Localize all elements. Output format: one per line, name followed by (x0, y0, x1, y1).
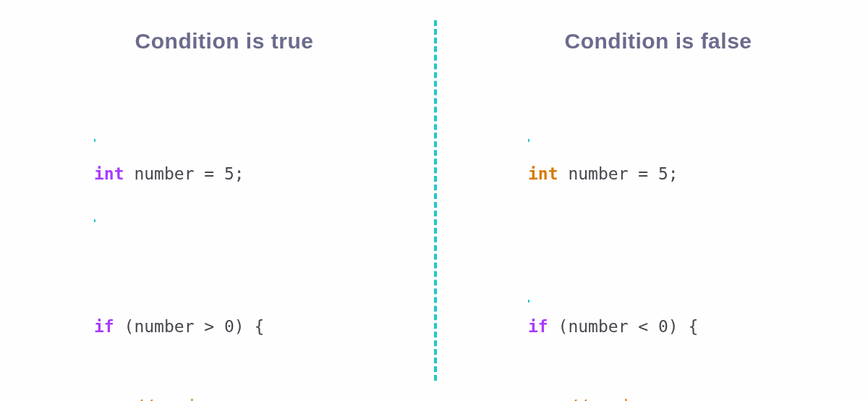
blank-line (528, 241, 839, 260)
diagram-container: Condition is true int number = 5; if (nu… (0, 0, 868, 401)
if-line: if (number < 0) { (528, 313, 839, 340)
body-comment: // code (134, 393, 204, 401)
if-body: // code (94, 393, 405, 401)
vertical-divider (434, 20, 437, 381)
decl-text: number = 5; (558, 161, 678, 187)
title-true: Condition is true (43, 29, 405, 54)
if-condition: (number < 0) { (548, 313, 699, 340)
body-comment: // code (568, 393, 638, 401)
int-keyword: int (528, 161, 558, 187)
int-keyword: int (94, 161, 124, 187)
decl-line: int number = 5; (94, 161, 405, 187)
if-line: if (number > 0) { (94, 313, 405, 340)
blank-line (94, 241, 405, 260)
code-block-false: int number = 5; if (number < 0) { // cod… (528, 81, 839, 401)
if-body: // code (528, 393, 839, 401)
decl-line: int number = 5; (528, 161, 839, 187)
if-keyword: if (528, 313, 548, 340)
decl-text: number = 5; (124, 161, 244, 187)
if-condition: (number > 0) { (114, 313, 265, 340)
if-keyword: if (94, 313, 114, 340)
code-block-true: int number = 5; if (number > 0) { // cod… (94, 81, 405, 401)
panel-false: Condition is false int number = 5; if (n… (434, 0, 868, 401)
title-false: Condition is false (477, 29, 839, 54)
panel-true: Condition is true int number = 5; if (nu… (0, 0, 434, 401)
